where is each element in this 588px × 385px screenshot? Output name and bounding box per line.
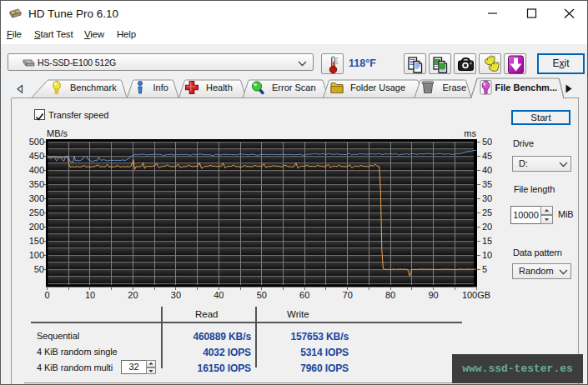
- svg-text:MB/s: MB/s: [47, 128, 68, 138]
- svg-text:100: 100: [29, 250, 44, 260]
- svg-text:Folder Usage: Folder Usage: [350, 82, 405, 92]
- svg-text:45: 45: [482, 151, 492, 161]
- svg-text:ms: ms: [464, 128, 476, 138]
- svg-text:0: 0: [44, 290, 49, 300]
- svg-text:200: 200: [29, 222, 44, 232]
- svg-text:70: 70: [343, 290, 353, 300]
- svg-text:60: 60: [299, 290, 309, 300]
- svg-text:20: 20: [128, 290, 138, 300]
- svg-text:80: 80: [385, 290, 395, 300]
- svg-text:File Benchm...: File Benchm...: [495, 82, 558, 92]
- svg-text:Error Scan: Error Scan: [272, 82, 316, 92]
- svg-text:Erase: Erase: [443, 82, 467, 92]
- svg-text:350: 350: [29, 179, 44, 189]
- svg-text:Health: Health: [206, 82, 233, 92]
- svg-text:35: 35: [482, 179, 492, 189]
- svg-text:400: 400: [29, 165, 44, 175]
- svg-text:10: 10: [482, 250, 492, 260]
- svg-text:20: 20: [482, 222, 492, 232]
- svg-text:15: 15: [482, 236, 492, 246]
- svg-text:100GB: 100GB: [462, 290, 490, 300]
- svg-text:50: 50: [257, 290, 267, 300]
- svg-text:30: 30: [482, 193, 492, 203]
- svg-text:40: 40: [214, 290, 224, 300]
- svg-text:5: 5: [482, 264, 487, 274]
- svg-text:150: 150: [29, 236, 44, 246]
- svg-text:300: 300: [29, 193, 44, 203]
- svg-text:250: 250: [29, 208, 44, 218]
- svg-text:90: 90: [428, 290, 438, 300]
- svg-text:10: 10: [85, 290, 95, 300]
- svg-text:Benchmark: Benchmark: [70, 82, 117, 92]
- svg-text:500: 500: [29, 137, 44, 147]
- svg-text:50: 50: [34, 264, 44, 274]
- svg-text:25: 25: [482, 208, 492, 218]
- svg-text:450: 450: [29, 151, 44, 161]
- svg-text:30: 30: [171, 290, 181, 300]
- svg-text:50: 50: [482, 137, 492, 147]
- svg-text:Info: Info: [153, 82, 168, 92]
- svg-text:40: 40: [482, 165, 492, 175]
